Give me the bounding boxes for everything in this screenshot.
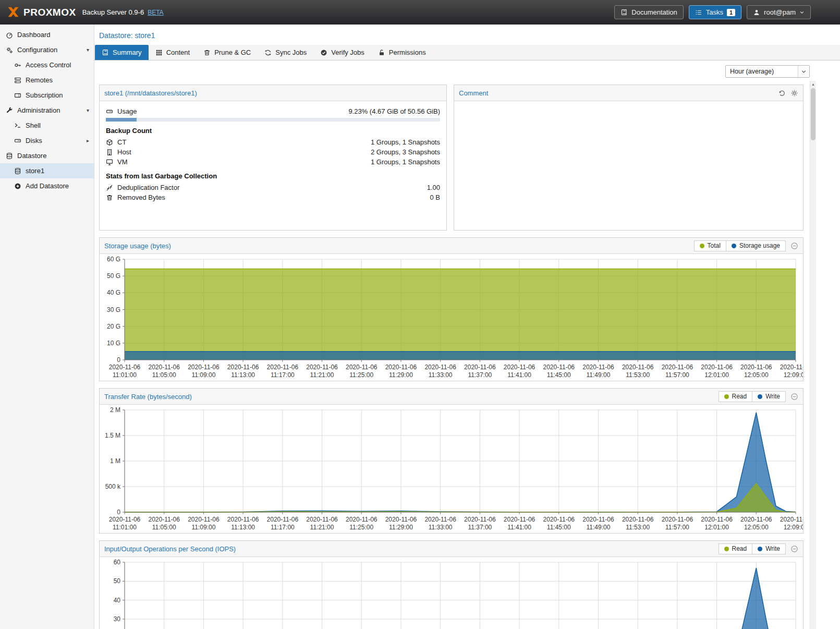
svg-text:20 G: 20 G [107,323,120,330]
legend-label: Storage usage [739,242,780,249]
svg-text:2020-11-06: 2020-11-06 [306,516,338,523]
legend-dot [700,244,704,248]
collapse-icon[interactable] [790,545,798,553]
svg-text:60 G: 60 G [107,256,120,263]
legend-item-write[interactable]: Write [752,543,786,554]
legend-label: Total [708,242,721,249]
sidebar-item-add-datastore[interactable]: Add Datastore [0,178,94,193]
product-version: Backup Server 0.9-6 [82,8,144,16]
tab-label: Summary [113,49,142,56]
svg-text:50 G: 50 G [107,272,120,280]
task-list-icon [695,9,702,16]
svg-text:30 G: 30 G [107,306,120,313]
documentation-button[interactable]: Documentation [614,5,683,19]
tab-permissions[interactable]: Permissions [371,45,433,60]
scroll-up-button[interactable]: ▲ [810,81,816,88]
comment-panel-tools [778,89,798,97]
revert-icon[interactable] [778,89,786,97]
trash-icon [203,49,211,56]
info-value: 1 Groups, 1 Snapshots [371,158,440,166]
svg-text:12:01:00: 12:01:00 [704,371,729,379]
svg-text:11:17:00: 11:17:00 [271,371,295,379]
legend-item-storage-usage[interactable]: Storage usage [726,240,786,251]
svg-text:2020-11-06: 2020-11-06 [148,516,180,523]
sidebar-item-datastore[interactable]: Datastore [0,148,94,163]
svg-text:11:01:00: 11:01:00 [113,524,137,531]
beta-link[interactable]: BETA [148,9,163,16]
info-label: VM [117,158,128,166]
svg-text:11:49:00: 11:49:00 [587,524,611,531]
expander-down-icon[interactable]: ▾ [87,47,89,53]
svg-text:11:21:00: 11:21:00 [310,371,334,379]
legend-item-read[interactable]: Read [719,543,753,554]
svg-text:2020-11-06: 2020-11-06 [424,516,456,523]
svg-text:40: 40 [114,597,121,604]
user-menu-button[interactable]: root@pam [747,5,811,19]
usage-label: Usage [117,107,137,115]
vertical-scrollbar[interactable]: ▲ [810,81,816,629]
sidebar-item-administration[interactable]: Administration▾ [0,103,94,118]
transfer-rate-chart: 0500 k1 M1.5 M2 M2020-11-0611:01:002020-… [100,405,803,533]
timeframe-select[interactable]: Hour (average) [725,65,810,78]
svg-text:11:05:00: 11:05:00 [152,524,176,531]
legend-item-total[interactable]: Total [694,240,726,251]
sidebar-item-remotes[interactable]: Remotes [0,72,94,88]
svg-text:11:17:00: 11:17:00 [271,524,295,531]
comment-body[interactable] [454,101,803,230]
panel-header: Input/Output Operations per Second (IOPS… [100,541,803,557]
collapse-icon[interactable] [790,393,798,401]
svg-text:2020-11-06: 2020-11-06 [148,364,180,371]
sidebar-item-store1[interactable]: store1 [0,163,94,178]
tab-prune-gc[interactable]: Prune & GC [197,45,258,60]
building-icon [106,149,113,156]
expander-right-icon[interactable]: ▸ [87,138,89,143]
svg-text:2020-11-06: 2020-11-06 [780,516,803,523]
scrollbar-thumb[interactable] [811,88,815,140]
tab-content[interactable]: Content [149,45,197,60]
svg-text:2020-11-06: 2020-11-06 [582,364,614,371]
tab-sync-jobs[interactable]: Sync Jobs [258,45,313,60]
legend-item-write[interactable]: Write [752,391,786,402]
backup-count-rows: CT1 Groups, 1 SnapshotsHost2 Groups, 3 S… [106,137,440,167]
svg-text:11:29:00: 11:29:00 [389,371,413,379]
legend-item-read[interactable]: Read [719,391,753,402]
sidebar-item-subscription[interactable]: Subscription [0,88,94,103]
svg-text:11:41:00: 11:41:00 [507,524,531,531]
tab-summary[interactable]: Summary [95,45,149,60]
svg-text:2020-11-06: 2020-11-06 [227,516,259,523]
collapse-icon[interactable] [790,242,798,250]
compress-icon [106,184,113,191]
sidebar-item-dashboard[interactable]: Dashboard [0,27,94,42]
gc-stats-title: Stats from last Garbage Collection [106,172,440,180]
svg-text:11:25:00: 11:25:00 [349,371,373,379]
svg-text:11:37:00: 11:37:00 [468,371,492,379]
gc-stats-rows: Deduplication Factor1.00Removed Bytes0 B [106,183,440,202]
sidebar-item-label: Configuration [17,46,57,54]
caret-down-icon [799,10,805,15]
expander-down-icon[interactable]: ▾ [87,107,89,113]
svg-text:500 k: 500 k [105,483,121,490]
svg-text:11:01:00: 11:01:00 [113,371,137,379]
info-row-host: Host2 Groups, 3 Snapshots [106,147,440,157]
panel-header: store1 (/mnt/datastores/store1) [100,85,446,101]
gears-icon [6,46,13,54]
sidebar-item-shell[interactable]: Shell [0,118,94,133]
svg-text:12:01:00: 12:01:00 [704,524,729,531]
panel-header: Comment [454,85,803,101]
gear-icon[interactable] [790,89,798,97]
combo-trigger[interactable] [798,66,809,77]
tab-verify-jobs[interactable]: Verify Jobs [313,45,371,60]
usage-row: Usage 9.23% (4.67 GiB of 50.56 GiB) [106,106,440,116]
sidebar-item-label: Datastore [17,152,46,160]
svg-text:2020-11-06: 2020-11-06 [780,364,803,371]
sidebar-item-disks[interactable]: Disks▸ [0,133,94,148]
sidebar-item-configuration[interactable]: Configuration▾ [0,42,94,57]
sidebar-item-access-control[interactable]: Access Control [0,57,94,72]
tab-label: Prune & GC [214,49,251,56]
legend-dot [724,547,729,551]
tasks-button[interactable]: Tasks 1 [689,5,741,19]
legend-label: Write [765,393,780,400]
panel-title: store1 (/mnt/datastores/store1) [104,89,197,97]
hdd-icon [106,108,113,115]
sidebar-nav: DashboardConfiguration▾Access ControlRem… [0,25,94,629]
